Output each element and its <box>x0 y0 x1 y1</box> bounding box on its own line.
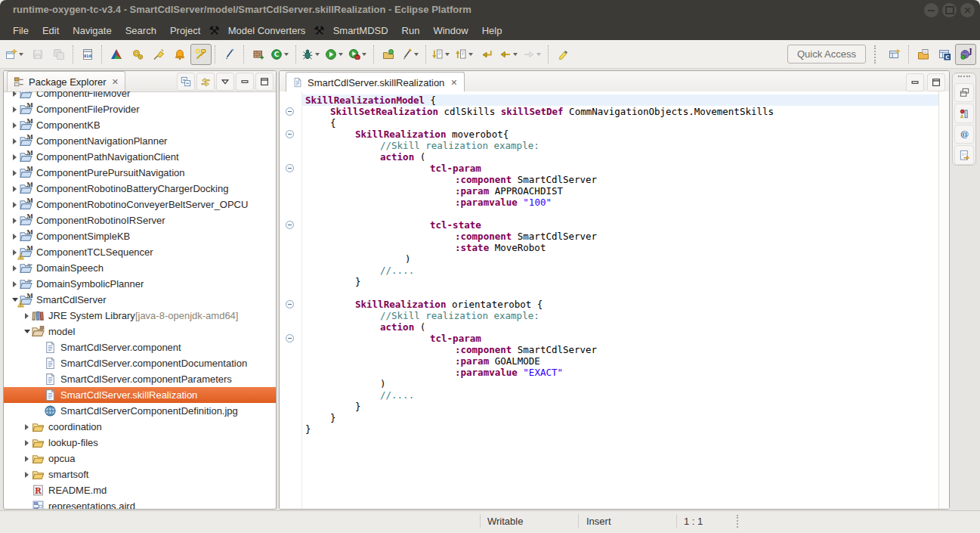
code-line[interactable]: action ( <box>302 151 939 163</box>
expander-collapsed-icon[interactable] <box>22 440 32 446</box>
collapse-all-button[interactable] <box>177 73 195 91</box>
chevron-down-icon[interactable] <box>19 53 23 56</box>
deployment-button[interactable] <box>169 44 190 65</box>
new-c-project-button[interactable]: C <box>269 44 292 65</box>
close-view-icon[interactable]: ✕ <box>112 77 119 87</box>
fold-collapse-icon[interactable] <box>286 334 294 342</box>
code-line[interactable]: //Skill realization example: <box>302 310 939 321</box>
menu-search[interactable]: Search <box>119 22 163 39</box>
code-line[interactable]: SkillRealizationModel { <box>302 95 939 106</box>
last-edit-location-button[interactable] <box>477 44 498 65</box>
code-line[interactable] <box>302 208 939 219</box>
expander-collapsed-icon[interactable] <box>10 122 20 129</box>
javadoc-view-button[interactable]: @ <box>954 125 974 144</box>
fold-collapse-icon[interactable] <box>286 130 294 138</box>
code-line[interactable]: } <box>302 423 939 435</box>
expander-collapsed-icon[interactable] <box>10 218 20 224</box>
tree-item-smartcdlserver[interactable]: MSmartCdlServer <box>4 292 276 308</box>
save-button[interactable] <box>27 44 48 65</box>
tree-item-jre-system-library[interactable]: JRE System Library [java-8-openjdk-amd64… <box>4 308 276 324</box>
binary-editor-button[interactable]: 010 <box>77 44 98 65</box>
cmake-build-button[interactable] <box>106 44 127 65</box>
code-line[interactable]: :state MoveRobot <box>302 242 939 253</box>
maximize-view-button[interactable] <box>255 73 274 91</box>
outline-view-button[interactable] <box>954 104 974 123</box>
expander-collapsed-icon[interactable] <box>22 456 32 462</box>
fold-collapse-icon[interactable] <box>286 221 294 229</box>
close-tab-icon[interactable]: ✕ <box>450 78 457 88</box>
code-line[interactable]: tcl-param <box>302 163 939 174</box>
restore-views-button[interactable] <box>954 83 974 103</box>
expander-collapsed-icon[interactable] <box>10 107 20 113</box>
quick-access-field[interactable]: Quick Access <box>787 45 866 64</box>
new-button[interactable] <box>4 44 27 65</box>
tree-item-componentfileprovider[interactable]: MComponentFileProvider <box>4 101 276 117</box>
code-line[interactable]: { <box>302 117 939 129</box>
code-line[interactable]: //Skill realization example: <box>302 140 939 151</box>
smartmdsd-perspective-button[interactable]: J <box>955 44 976 65</box>
menu-window[interactable]: Window <box>426 22 475 39</box>
expander-collapsed-icon[interactable] <box>10 154 20 160</box>
resource-perspective-button[interactable] <box>913 44 934 65</box>
code-line[interactable]: SkillSetRealization cdlSkills skillSetDe… <box>302 106 939 117</box>
tree-item-domainsymbolicplanner[interactable]: ~DomainSymbolicPlanner <box>4 276 276 292</box>
tree-item-componentnavigationplanner[interactable]: MComponentNavigationPlanner <box>4 133 276 149</box>
fold-collapse-icon[interactable] <box>286 164 294 172</box>
build-project-button[interactable] <box>190 44 212 65</box>
tree-item-componentkb[interactable]: MComponentKB <box>4 117 276 133</box>
tree-item-componentpathnavigationclient[interactable]: MComponentPathNavigationClient <box>4 149 276 165</box>
mark-occurrences-button[interactable] <box>552 44 573 65</box>
expander-collapsed-icon[interactable] <box>10 234 20 240</box>
code-editor[interactable]: SkillRealizationModel {SkillSetRealizati… <box>280 91 949 509</box>
code-line[interactable]: tcl-param <box>302 333 939 344</box>
fold-collapse-icon[interactable] <box>286 300 294 308</box>
expander-collapsed-icon[interactable] <box>22 472 32 478</box>
menu-file[interactable]: File <box>6 22 36 39</box>
save-all-button[interactable] <box>48 44 70 65</box>
tree-item-readme-md[interactable]: RREADME.md <box>4 482 276 498</box>
tree-item-lookup-files[interactable]: lookup-files <box>4 435 276 451</box>
code-line[interactable]: tcl-state <box>302 219 939 231</box>
code-line[interactable]: } <box>302 412 939 423</box>
chevron-down-icon[interactable] <box>414 53 419 56</box>
close-window-button[interactable]: ✕ <box>960 3 975 17</box>
clean-build-button[interactable] <box>148 44 169 65</box>
code-generation-button[interactable] <box>127 44 148 65</box>
view-menu-button[interactable] <box>216 73 234 91</box>
overview-ruler[interactable] <box>938 91 949 509</box>
tree-item-coordination[interactable]: coordination <box>4 419 276 435</box>
minimize-window-button[interactable] <box>924 3 938 17</box>
tree-item-componentpurepursuitnavigation[interactable]: MComponentPurePursuitNavigation <box>4 165 276 181</box>
declaration-view-button[interactable]: (= <box>954 145 974 165</box>
menu-run[interactable]: Run <box>395 22 427 39</box>
chevron-down-icon[interactable] <box>362 53 366 56</box>
tree-item-smartcdlserver-componentparameters[interactable]: SmartCdlServer.componentParameters <box>4 371 276 387</box>
run-button[interactable] <box>323 44 347 65</box>
expander-collapsed-icon[interactable] <box>10 186 20 192</box>
code-line[interactable]: ) <box>302 378 939 389</box>
tree-item-domainspeech[interactable]: ~DomainSpeech <box>4 260 276 276</box>
open-perspective-button[interactable] <box>884 44 905 65</box>
code-line[interactable]: SkillRealization moverobot{ <box>302 129 939 140</box>
titlebar[interactable]: runtime-oxygen-tc-v3.4 - SmartCdlServer/… <box>0 0 980 20</box>
tab-skillrealization-editor[interactable]: SmartCdlServer.skillRealization ✕ <box>286 72 465 92</box>
code-line[interactable]: :param GOALMODE <box>302 355 939 367</box>
drag-handle[interactable] <box>958 76 970 80</box>
run-external-tools-button[interactable] <box>347 44 370 65</box>
tree-item-smartcdlserver-skillrealization[interactable]: SmartCdlServer.skillRealization <box>4 387 276 403</box>
expander-collapsed-icon[interactable] <box>10 170 20 176</box>
code-line[interactable]: //.... <box>302 389 939 401</box>
tree-item-componentrobotinoconveyerbeltserver-opcu[interactable]: MComponentRobotinoConveyerBeltServer_OPC… <box>4 197 276 212</box>
fold-collapse-icon[interactable] <box>286 107 294 116</box>
open-resource-button[interactable] <box>378 44 399 65</box>
forward-button[interactable] <box>521 44 545 65</box>
cpp-perspective-button[interactable]: C <box>934 44 955 65</box>
code-area[interactable]: SkillRealizationModel {SkillSetRealizati… <box>302 91 939 509</box>
debug-button[interactable] <box>300 44 323 65</box>
maximize-window-button[interactable] <box>942 3 957 17</box>
code-line[interactable]: :component SmartCdlServer <box>302 231 939 242</box>
tree-item-componenttclsequencer[interactable]: MComponentTCLSequencer <box>4 244 276 260</box>
tree-item-smartcdlserver-componentdocumentation[interactable]: SmartCdlServer.componentDocumentation <box>4 355 276 371</box>
maximize-editor-button[interactable] <box>927 73 945 91</box>
code-line[interactable]: :component SmartCdlServer <box>302 174 939 185</box>
